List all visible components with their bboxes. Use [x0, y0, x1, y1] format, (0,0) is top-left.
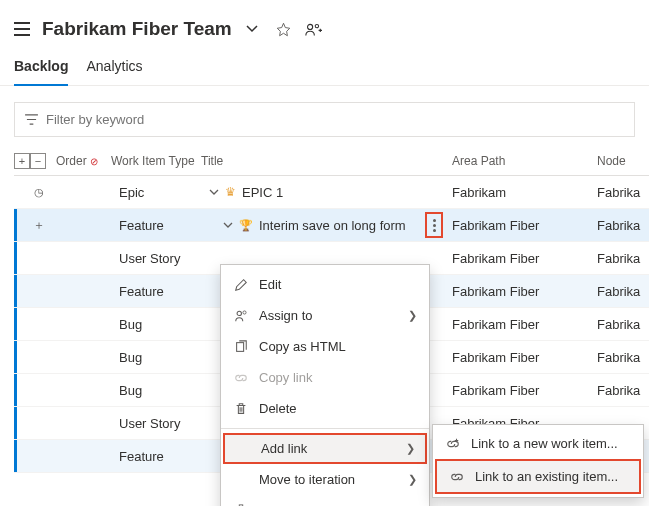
- column-title[interactable]: Title: [201, 154, 452, 168]
- hierarchy-bar: [14, 407, 17, 439]
- hierarchy-bar: [14, 440, 17, 472]
- vertical-dots-icon: [433, 219, 436, 232]
- work-item-type: Bug: [119, 383, 209, 398]
- new-link-icon: [445, 437, 461, 451]
- work-item-type: User Story: [119, 251, 209, 266]
- context-menu: Edit Assign to ❯ Copy as HTML Copy link …: [220, 264, 430, 506]
- blocked-icon: ⊘: [90, 156, 98, 167]
- work-item-title[interactable]: EPIC 1: [242, 185, 283, 200]
- area-path: Fabrikam: [452, 185, 597, 200]
- area-path: Fabrikam Fiber: [452, 383, 597, 398]
- node: Fabrika: [597, 350, 649, 365]
- column-node[interactable]: Node: [597, 154, 649, 168]
- expand-all-button[interactable]: +: [14, 153, 30, 169]
- collapse-all-button[interactable]: −: [30, 153, 46, 169]
- menu-item-move-iteration[interactable]: Move to iteration ❯: [221, 464, 429, 495]
- hierarchy-bar: [14, 341, 17, 373]
- trash-icon: [233, 402, 249, 416]
- menu-icon[interactable]: [14, 22, 30, 36]
- highlight-existing-item: Link to an existing item...: [435, 459, 641, 494]
- area-path: Fabrikam Fiber: [452, 251, 597, 266]
- hierarchy-bar: [14, 308, 17, 340]
- highlight-add-link: Add link ❯: [223, 433, 427, 464]
- hierarchy-bar: [14, 374, 17, 406]
- tabs: Backlog Analytics: [0, 48, 649, 86]
- more-actions-button[interactable]: [425, 212, 443, 238]
- menu-separator: [221, 428, 429, 429]
- filter-bar[interactable]: [14, 102, 635, 137]
- area-path: Fabrikam Fiber: [452, 284, 597, 299]
- chevron-right-icon: ❯: [408, 473, 417, 486]
- menu-item-delete[interactable]: Delete: [221, 393, 429, 424]
- table-row[interactable]: ◷ Epic ♛ EPIC 1 Fabrikam Fabrika: [14, 176, 649, 209]
- area-path: Fabrikam Fiber: [452, 218, 597, 233]
- node: Fabrika: [597, 383, 649, 398]
- submenu-item-new-work-item[interactable]: Link to a new work item...: [433, 428, 643, 459]
- star-icon[interactable]: [276, 22, 291, 37]
- chevron-down-icon[interactable]: [209, 189, 219, 196]
- tab-backlog[interactable]: Backlog: [14, 58, 68, 86]
- people-add-icon[interactable]: [305, 22, 322, 37]
- hierarchy-bar: [14, 242, 17, 274]
- submenu-item-existing-item[interactable]: Link to an existing item...: [437, 461, 639, 492]
- column-work-item-type[interactable]: Work Item Type: [111, 154, 201, 168]
- chevron-right-icon: ❯: [408, 309, 417, 322]
- menu-item-copy-html[interactable]: Copy as HTML: [221, 331, 429, 362]
- node: Fabrika: [597, 218, 649, 233]
- add-link-submenu: Link to a new work item... Link to an ex…: [432, 424, 644, 498]
- svg-rect-4: [237, 342, 244, 351]
- tab-analytics[interactable]: Analytics: [86, 58, 142, 85]
- add-child-icon[interactable]: ＋: [33, 217, 45, 234]
- copy-icon: [233, 340, 249, 354]
- work-item-type: Feature: [119, 218, 209, 233]
- filter-icon: [25, 114, 38, 125]
- area-path: Fabrikam Fiber: [452, 350, 597, 365]
- column-order[interactable]: Order ⊘: [56, 154, 111, 168]
- column-area-path[interactable]: Area Path: [452, 154, 597, 168]
- work-item-type: Epic: [119, 185, 209, 200]
- chevron-down-icon[interactable]: [223, 222, 233, 229]
- work-item-type: Bug: [119, 350, 209, 365]
- work-item-type: Feature: [119, 284, 209, 299]
- link-icon: [233, 371, 249, 385]
- menu-item-assign-to[interactable]: Assign to ❯: [221, 300, 429, 331]
- work-item-type: Feature: [119, 449, 209, 464]
- hierarchy-bar: [14, 209, 17, 241]
- menu-item-edit[interactable]: Edit: [221, 269, 429, 300]
- epic-crown-icon: ♛: [225, 185, 236, 199]
- menu-item-copy-link: Copy link: [221, 362, 429, 393]
- svg-point-3: [243, 310, 246, 313]
- work-item-type: User Story: [119, 416, 209, 431]
- chevron-down-icon[interactable]: [246, 25, 258, 33]
- menu-item-add-link[interactable]: Add link ❯: [225, 435, 425, 462]
- recent-icon: ◷: [34, 186, 44, 199]
- node: Fabrika: [597, 251, 649, 266]
- node: Fabrika: [597, 317, 649, 332]
- work-item-title[interactable]: Interim save on long form: [259, 218, 406, 233]
- pencil-icon: [233, 278, 249, 292]
- chevron-right-icon: ❯: [406, 442, 415, 455]
- node: Fabrika: [597, 284, 649, 299]
- person-icon: [233, 309, 249, 323]
- node: Fabrika: [597, 185, 649, 200]
- svg-point-0: [307, 24, 312, 29]
- area-path: Fabrikam Fiber: [452, 317, 597, 332]
- hierarchy-bar: [14, 275, 17, 307]
- table-header: + − Order ⊘ Work Item Type Title Area Pa…: [14, 147, 649, 176]
- feature-trophy-icon: 🏆: [239, 219, 253, 232]
- table-row[interactable]: ＋ Feature 🏆 Interim save on long form Fa…: [14, 209, 649, 242]
- svg-point-2: [237, 311, 241, 315]
- filter-input[interactable]: [46, 112, 624, 127]
- link-icon: [449, 470, 465, 484]
- team-name[interactable]: Fabrikam Fiber Team: [42, 18, 232, 40]
- svg-point-1: [315, 24, 318, 27]
- work-item-type: Bug: [119, 317, 209, 332]
- menu-item-change-parent[interactable]: Change parent: [221, 495, 429, 506]
